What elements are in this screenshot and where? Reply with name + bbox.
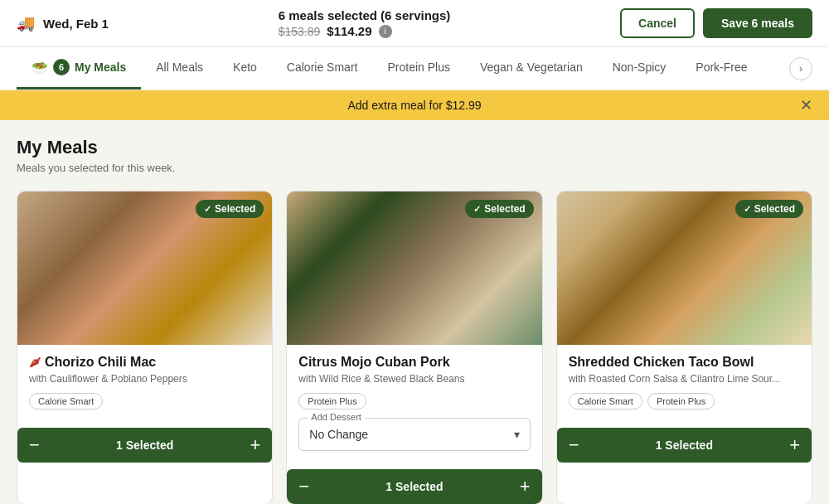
delivery-icon: 🚚 (17, 14, 35, 32)
tag-protein-plus: Protein Plus (298, 393, 366, 410)
dessert-select-wrapper: No Change ▾ (309, 427, 519, 442)
tab-non-spicy[interactable]: Non-Spicy (598, 49, 681, 88)
header-center: 6 meals selected (6 servings) $153.89 $1… (279, 8, 451, 38)
quantity-bar-chorizo: − 1 Selected + (17, 428, 272, 463)
decrease-button-chorizo[interactable]: − (29, 436, 40, 454)
banner-text: Add extra meal for $12.99 (347, 99, 481, 112)
increase-button-chorizo[interactable]: + (250, 436, 260, 454)
tab-calorie-smart-label: Calorie Smart (287, 61, 358, 74)
card-body-citrus: Citrus Mojo Cuban Pork with Wild Rice & … (287, 345, 541, 469)
selected-label-chicken: Selected (754, 203, 795, 215)
decrease-button-chicken[interactable]: − (569, 436, 579, 454)
extra-meal-banner: Add extra meal for $12.99 ✕ (0, 90, 829, 120)
tab-my-meals-label: My Meals (75, 61, 126, 74)
meal-card-citrus: ✓ Selected Citrus Mojo Cuban Pork with W… (286, 191, 542, 504)
dessert-select[interactable]: No Change (309, 428, 519, 441)
tab-badge: 6 (53, 59, 70, 75)
nav-tabs: 🥗 6 My Meals All Meals Keto Calorie Smar… (0, 47, 829, 90)
card-body-chorizo: 🌶 Chorizo Chili Mac with Cauliflower & P… (17, 345, 272, 428)
section-title: My Meals (17, 137, 812, 158)
header-right: Cancel Save 6 meals (620, 8, 812, 38)
add-dessert-section: Add Dessert No Change ▾ (298, 418, 530, 451)
tab-vegan-label: Vegan & Vegetarian (480, 61, 583, 74)
quantity-bar-chicken: − 1 Selected + (557, 428, 812, 463)
meal-desc-citrus: with Wild Rice & Stewed Black Beans (298, 373, 530, 385)
banner-close-button[interactable]: ✕ (800, 96, 812, 114)
price-current: $114.29 (327, 24, 371, 38)
tag-calorie-smart-2: Calorie Smart (569, 393, 642, 410)
meal-image-citrus: ✓ Selected (287, 191, 541, 345)
tab-pork-free-label: Pork-Free (696, 61, 747, 74)
meal-image-chorizo: ✓ Selected (17, 191, 272, 345)
tab-protein-plus-label: Protein Plus (387, 61, 449, 74)
tab-non-spicy-label: Non-Spicy (613, 61, 667, 74)
tab-keto[interactable]: Keto (218, 49, 272, 88)
meal-name-citrus: Citrus Mojo Cuban Pork (298, 355, 530, 370)
selected-badge-chorizo: ✓ Selected (196, 200, 264, 218)
meal-title-chicken: Shredded Chicken Taco Bowl (569, 355, 754, 370)
increase-button-citrus[interactable]: + (520, 477, 531, 496)
meal-desc-chorizo: with Cauliflower & Poblano Peppers (29, 373, 260, 385)
card-body-chicken: Shredded Chicken Taco Bowl with Roasted … (557, 345, 812, 428)
tab-my-meals[interactable]: 🥗 6 My Meals (17, 47, 141, 90)
tab-keto-label: Keto (233, 61, 257, 74)
meal-icon: 🥗 (32, 60, 48, 75)
add-dessert-label: Add Dessert (308, 412, 365, 422)
quantity-bar-citrus: − 1 Selected + (287, 469, 541, 504)
decrease-button-citrus[interactable]: − (298, 477, 309, 496)
price-original: $153.89 (279, 25, 321, 38)
tab-pork-free[interactable]: Pork-Free (681, 49, 762, 88)
selected-label-chorizo: Selected (215, 203, 255, 215)
tab-calorie-smart[interactable]: Calorie Smart (272, 49, 373, 88)
increase-button-chicken[interactable]: + (789, 436, 800, 454)
header: 🚚 Wed, Feb 1 6 meals selected (6 serving… (0, 0, 829, 47)
price-row: $153.89 $114.29 i (279, 24, 451, 38)
meal-name-chicken: Shredded Chicken Taco Bowl (569, 355, 800, 370)
check-icon: ✓ (744, 204, 751, 215)
main-content: My Meals Meals you selected for this wee… (0, 120, 829, 504)
qty-label-chicken: 1 Selected (656, 439, 713, 452)
meals-selected-label: 6 meals selected (6 servings) (279, 8, 451, 22)
tab-all-meals-label: All Meals (156, 61, 203, 74)
meal-image-chicken: ✓ Selected (557, 191, 812, 345)
header-left: 🚚 Wed, Feb 1 (17, 14, 109, 32)
meal-card-chorizo: ✓ Selected 🌶 Chorizo Chili Mac with Caul… (17, 191, 273, 504)
save-meals-button[interactable]: Save 6 meals (703, 8, 812, 38)
meal-card-chicken: ✓ Selected Shredded Chicken Taco Bowl wi… (556, 191, 812, 504)
meal-title-citrus: Citrus Mojo Cuban Pork (298, 355, 449, 370)
section-subtitle: Meals you selected for this week. (17, 162, 812, 174)
meal-name-chorizo: 🌶 Chorizo Chili Mac (29, 355, 260, 370)
meal-title-chorizo: Chorizo Chili Mac (45, 355, 156, 370)
meal-desc-chicken: with Roasted Corn Salsa & Cilantro Lime … (569, 373, 800, 385)
check-icon: ✓ (473, 204, 481, 215)
tag-protein-plus-2: Protein Plus (647, 393, 715, 410)
tab-vegan[interactable]: Vegan & Vegetarian (465, 49, 598, 88)
tab-all-meals[interactable]: All Meals (141, 49, 218, 88)
info-icon[interactable]: i (379, 25, 392, 38)
tab-protein-plus[interactable]: Protein Plus (372, 49, 464, 88)
delivery-date: Wed, Feb 1 (43, 17, 109, 31)
meal-tags-citrus: Protein Plus (298, 393, 530, 410)
meal-tags-chicken: Calorie Smart Protein Plus (569, 393, 800, 410)
meal-tags-chorizo: Calorie Smart (29, 393, 260, 410)
check-icon: ✓ (204, 204, 211, 215)
meals-grid: ✓ Selected 🌶 Chorizo Chili Mac with Caul… (17, 191, 812, 504)
selected-badge-chicken: ✓ Selected (735, 200, 803, 218)
tag-calorie-smart: Calorie Smart (29, 393, 103, 410)
qty-label-chorizo: 1 Selected (116, 439, 173, 452)
selected-badge-citrus: ✓ Selected (465, 200, 533, 218)
cancel-button[interactable]: Cancel (620, 8, 695, 38)
chili-icon: 🌶 (29, 356, 41, 369)
qty-label-citrus: 1 Selected (385, 480, 443, 493)
selected-label-citrus: Selected (484, 203, 525, 215)
nav-arrow-right[interactable]: › (789, 57, 812, 80)
